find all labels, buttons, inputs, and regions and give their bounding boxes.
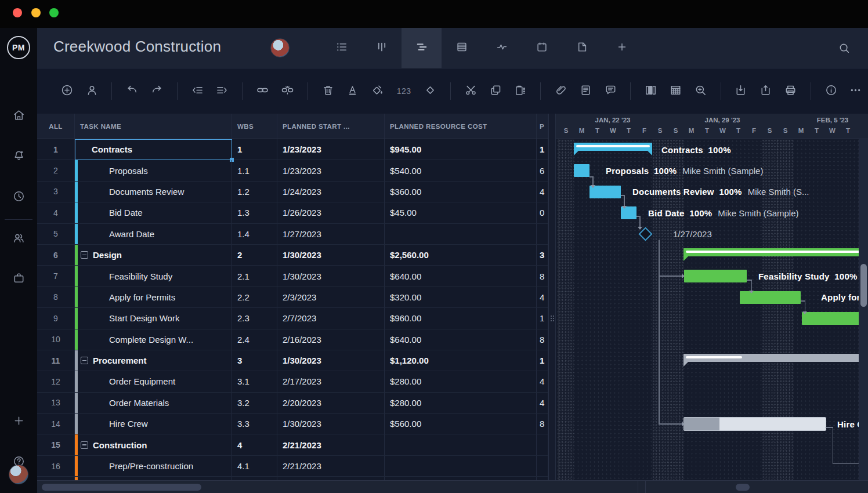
planned-start-cell[interactable]: 1/26/2023	[277, 202, 385, 223]
truncated-cell[interactable]: 4	[537, 182, 548, 202]
truncated-cell[interactable]: 1	[537, 308, 548, 328]
truncated-cell[interactable]: 0	[537, 202, 548, 223]
row-number[interactable]: 15	[37, 434, 75, 455]
unlink-tasks-button[interactable]	[280, 84, 295, 99]
table-row-order-materials[interactable]: 13Order Materials3.22/20/2023$280.004	[37, 393, 548, 414]
wbs-cell[interactable]: 3	[232, 350, 277, 371]
wbs-cell[interactable]: 1	[232, 139, 277, 160]
sidebar-item-time[interactable]	[0, 184, 37, 210]
truncated-cell[interactable]: 8	[537, 414, 548, 434]
truncated-cell[interactable]: 4	[537, 393, 548, 413]
table-row-procurement[interactable]: 11Procurement31/30/2023$1,120.001	[37, 350, 548, 371]
copy-button[interactable]	[489, 84, 503, 99]
planned-start-cell[interactable]: 2/20/2023	[277, 393, 385, 413]
more-button[interactable]	[848, 84, 863, 99]
planned-start-cell[interactable]: 1/23/2023	[277, 160, 385, 180]
wbs-cell[interactable]: 4	[232, 434, 277, 455]
search-icon[interactable]	[838, 42, 851, 57]
row-number[interactable]: 5	[37, 224, 75, 244]
summary-bar[interactable]	[683, 354, 859, 362]
row-number[interactable]: 1	[37, 139, 75, 160]
zoom-in-button[interactable]	[693, 84, 708, 99]
planned-cost-cell[interactable]: $945.00	[385, 139, 537, 160]
assign-user-button[interactable]	[85, 84, 99, 99]
table-row-bid-date[interactable]: 4Bid Date1.31/26/2023$45.000	[37, 202, 548, 223]
font-color-button[interactable]	[345, 84, 360, 99]
wbs-cell[interactable]: 4.1	[232, 456, 277, 476]
wbs-cell[interactable]: 3.2	[232, 393, 277, 413]
task-name-cell[interactable]: Procurement	[75, 350, 232, 371]
planned-cost-cell[interactable]	[385, 434, 537, 455]
table-row-apply-for-permits[interactable]: 8Apply for Permits2.22/3/2023$320.004	[37, 287, 548, 308]
task-name-cell[interactable]: Hire Crew	[75, 414, 232, 434]
planned-cost-cell[interactable]: $640.00	[385, 266, 537, 286]
task-name-cell[interactable]: Construction	[75, 434, 232, 455]
add-task-button[interactable]	[60, 84, 74, 99]
row-number[interactable]: 10	[37, 329, 75, 350]
planned-cost-cell[interactable]: $280.00	[385, 371, 537, 392]
paste-button[interactable]	[513, 84, 527, 99]
truncated-cell[interactable]: 3	[537, 245, 548, 265]
sidebar-item-team[interactable]	[0, 226, 37, 252]
planned-cost-cell[interactable]: $320.00	[385, 287, 537, 307]
minimize-window-button[interactable]	[31, 8, 41, 17]
scrollbar-thumb[interactable]	[860, 264, 867, 307]
row-number[interactable]: 3	[37, 182, 75, 202]
gantt-horizontal-scrollbar[interactable]	[736, 484, 750, 491]
fill-color-button[interactable]	[370, 84, 385, 99]
planned-cost-cell[interactable]: $45.00	[385, 202, 537, 223]
outdent-button[interactable]	[190, 84, 205, 99]
row-number[interactable]: 9	[37, 308, 75, 328]
truncated-cell[interactable]	[537, 456, 548, 476]
truncated-cell[interactable]: 1	[537, 350, 548, 371]
summary-bar[interactable]	[683, 248, 859, 256]
task-bar[interactable]	[684, 418, 826, 430]
task-name-cell[interactable]: Proposals	[75, 160, 232, 180]
planned-cost-cell[interactable]: $280.00	[385, 393, 537, 413]
row-number[interactable]: 11	[37, 350, 75, 371]
tab-calendar-view[interactable]	[522, 28, 562, 68]
planned-start-cell[interactable]: 2/3/2023	[277, 287, 385, 307]
undo-button[interactable]	[125, 84, 139, 99]
cut-button[interactable]	[464, 84, 478, 99]
table-row-documents-review[interactable]: 3Documents Review1.21/24/2023$360.004	[37, 182, 548, 202]
planned-start-cell[interactable]: 1/30/2023	[277, 266, 385, 286]
row-number[interactable]: 16	[37, 456, 75, 476]
tab-list-view[interactable]	[321, 28, 361, 68]
column-header-all[interactable]: ALL	[37, 114, 75, 139]
redo-button[interactable]	[150, 84, 164, 99]
tab-activity-view[interactable]	[482, 28, 522, 68]
task-bar[interactable]	[574, 164, 589, 177]
print-button[interactable]	[783, 84, 798, 99]
column-header-planned-resource-cost[interactable]: PLANNED RESOURCE COST	[385, 114, 537, 139]
truncated-cell[interactable]: 6	[537, 160, 548, 180]
task-name-cell[interactable]: Apply for Permits	[75, 287, 232, 307]
wbs-cell[interactable]: 2.3	[232, 308, 277, 328]
planned-cost-cell[interactable]	[385, 456, 537, 476]
info-button[interactable]	[824, 84, 838, 99]
row-number[interactable]: 12	[37, 371, 75, 392]
collapse-icon[interactable]	[81, 357, 88, 364]
row-number[interactable]: 7	[37, 266, 75, 286]
tab-gantt-view[interactable]	[402, 28, 442, 68]
wbs-cell[interactable]: 1.2	[232, 182, 277, 202]
planned-cost-cell[interactable]	[385, 224, 537, 244]
task-name-cell[interactable]: Contracts	[75, 139, 232, 160]
planned-start-cell[interactable]: 1/30/2023	[277, 350, 385, 371]
wbs-cell[interactable]: 3.1	[232, 371, 277, 392]
wbs-cell[interactable]: 1.1	[232, 160, 277, 180]
wbs-cell[interactable]: 2.4	[232, 329, 277, 350]
tab-doc-view[interactable]	[562, 28, 602, 68]
table-row-complete-design-w-[interactable]: 10Complete Design W...2.42/16/2023$640.0…	[37, 329, 548, 350]
indent-button[interactable]	[215, 84, 230, 99]
project-owner-avatar[interactable]	[270, 38, 290, 57]
planned-start-cell[interactable]: 2/21/2023	[277, 456, 385, 476]
task-name-cell[interactable]: Award Date	[75, 224, 232, 244]
comment-button[interactable]	[603, 84, 618, 99]
planned-start-cell[interactable]: 1/30/2023	[277, 245, 385, 265]
planned-cost-cell[interactable]: $640.00	[385, 329, 537, 350]
table-row-feasibility-study[interactable]: 7Feasibility Study2.11/30/2023$640.008	[37, 266, 548, 287]
truncated-cell[interactable]: 1	[537, 139, 548, 160]
milestone-button[interactable]	[423, 84, 437, 99]
planned-cost-cell[interactable]: $360.00	[385, 182, 537, 202]
